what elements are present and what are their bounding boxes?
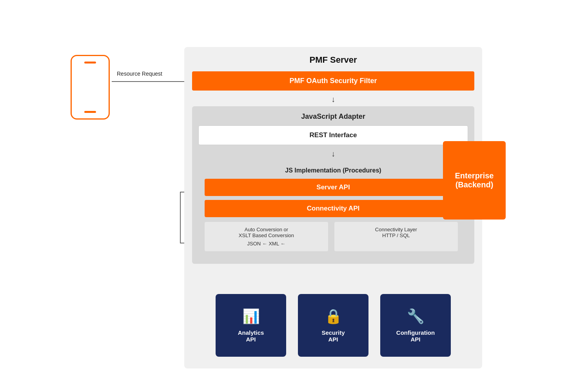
- conversion-line1: Auto Conversion or: [210, 227, 323, 232]
- js-adapter-title: JavaScript Adapter: [198, 113, 468, 121]
- bottom-api-row: 📊 Analytics API 🔒 Security API 🔧 Configu…: [184, 294, 482, 357]
- connectivity-layer-line1: Connectivity Layer: [340, 227, 452, 232]
- security-icon: 🔒: [325, 308, 342, 325]
- mobile-device: [71, 55, 110, 120]
- connectivity-layer-box: Connectivity Layer HTTP / SQL: [334, 222, 458, 251]
- configuration-api-label: Configuration API: [396, 329, 435, 343]
- security-api-box: 🔒 Security API: [298, 294, 368, 357]
- rest-interface-box: REST Interface: [198, 125, 468, 145]
- analytics-api-box: 📊 Analytics API: [216, 294, 286, 357]
- connectivity-api-bar: Connectivity API: [205, 200, 462, 217]
- server-api-label: Server API: [316, 183, 350, 191]
- resource-request-label: Resource Request: [117, 71, 162, 77]
- diagram-container: Resource Request PMF Server PMF OAuth Se…: [59, 24, 529, 368]
- conversion-line3: JSON ← XML ←: [210, 241, 323, 247]
- enterprise-label: Enterprise (Backend): [455, 171, 494, 189]
- js-impl-title: JS Implementation (Procedures): [205, 167, 462, 174]
- sub-boxes-row: Auto Conversion or XSLT Based Conversion…: [205, 222, 462, 251]
- oauth-filter-bar: PMF OAuth Security Filter: [192, 71, 474, 91]
- configuration-icon: 🔧: [407, 308, 425, 325]
- js-adapter-box: JavaScript Adapter REST Interface ↓ JS I…: [192, 106, 474, 264]
- arrow-down-rest: ↓: [198, 150, 468, 158]
- connectivity-layer-line2: HTTP / SQL: [340, 232, 452, 238]
- arrow-down-oauth: ↓: [192, 95, 474, 103]
- pmf-server-title: PMF Server: [192, 55, 474, 65]
- analytics-api-label: Analytics API: [238, 329, 264, 343]
- configuration-api-box: 🔧 Configuration API: [380, 294, 451, 357]
- server-api-bar: Server API: [205, 179, 462, 196]
- conversion-line2: XSLT Based Conversion: [210, 232, 323, 238]
- mobile-speaker: [84, 62, 96, 64]
- security-api-label: Security API: [321, 329, 345, 343]
- mobile-home-button: [84, 111, 96, 113]
- js-impl-box: JS Implementation (Procedures) Server AP…: [198, 161, 468, 258]
- conversion-box: Auto Conversion or XSLT Based Conversion…: [205, 222, 328, 251]
- analytics-icon: 📊: [242, 308, 260, 325]
- enterprise-backend-box: Enterprise (Backend): [443, 141, 506, 220]
